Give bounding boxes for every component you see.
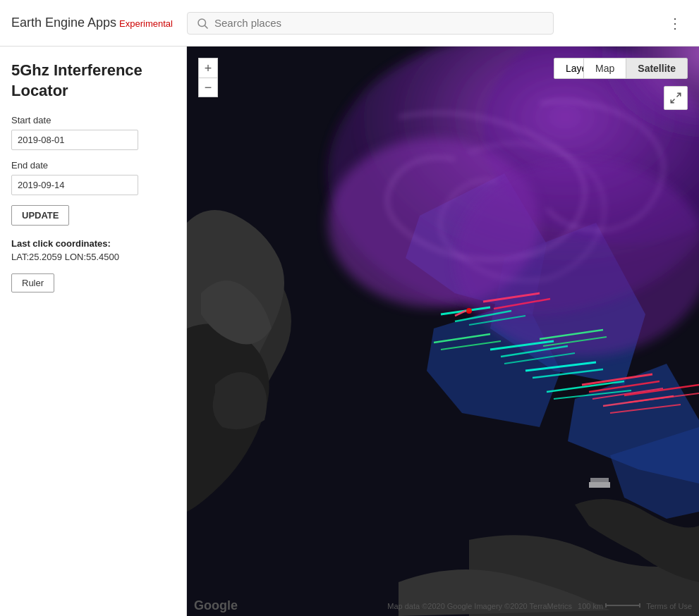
fullscreen-icon [669,92,682,104]
svg-rect-41 [605,605,640,606]
update-button[interactable]: UPDATE [11,205,69,226]
start-date-input[interactable] [11,130,138,150]
map-type-map-button[interactable]: Map [584,58,626,78]
svg-point-36 [466,308,472,314]
start-date-label: Start date [11,115,175,125]
ruler-button[interactable]: Ruler [11,273,54,292]
app-title-experimental: Experimental [119,18,173,29]
search-icon [196,17,209,30]
sidebar: 5Ghz Interference Locator Start date End… [0,47,187,616]
scale-bar-icon [605,602,640,609]
svg-point-0 [198,19,206,27]
svg-line-39 [677,93,681,97]
map-area[interactable]: + − Layers Map Satellite Google Map data… [187,47,699,616]
google-logo: Google [194,598,238,613]
terms-of-use-link[interactable]: Terms of Use [646,602,692,610]
map-attribution-text: Map data ©2020 Google Imagery ©2020 Terr… [387,602,692,610]
svg-line-40 [671,99,674,103]
header-menu-button[interactable]: ⋮ [662,9,688,37]
app-title: 5Ghz Interference Locator [11,61,175,101]
map-type-controls: Map Satellite [583,58,688,79]
map-type-satellite-button[interactable]: Satellite [626,58,687,78]
app-title-main: Earth Engine Apps [11,16,116,30]
map-canvas [187,47,699,616]
end-date-label: End date [11,160,175,171]
svg-point-11 [455,159,699,357]
scale-label: 100 km [578,602,603,610]
app-title-container: Earth Engine Apps Experimental [11,16,173,30]
map-attribution: Google Map data ©2020 Google Imagery ©20… [187,596,699,616]
main-layout: 5Ghz Interference Locator Start date End… [0,47,699,616]
zoom-out-button[interactable]: − [198,78,218,97]
search-container [187,12,554,35]
zoom-controls: + − [198,58,218,97]
zoom-in-button[interactable]: + [198,58,218,78]
svg-rect-37 [589,482,610,488]
search-input[interactable] [214,17,545,29]
svg-rect-43 [639,603,640,608]
svg-rect-42 [605,603,607,608]
svg-line-1 [205,25,207,28]
attribution-detail: Map data ©2020 Google Imagery ©2020 Terr… [387,602,572,610]
scale-bar: 100 km [578,602,640,610]
svg-rect-38 [590,478,609,482]
coords-value: LAT:25.2059 LON:55.4500 [11,252,175,262]
coords-label: Last click coordinates: [11,238,175,249]
end-date-input[interactable] [11,175,138,195]
app-header: Earth Engine Apps Experimental ⋮ [0,0,699,47]
fullscreen-button[interactable] [664,86,688,110]
